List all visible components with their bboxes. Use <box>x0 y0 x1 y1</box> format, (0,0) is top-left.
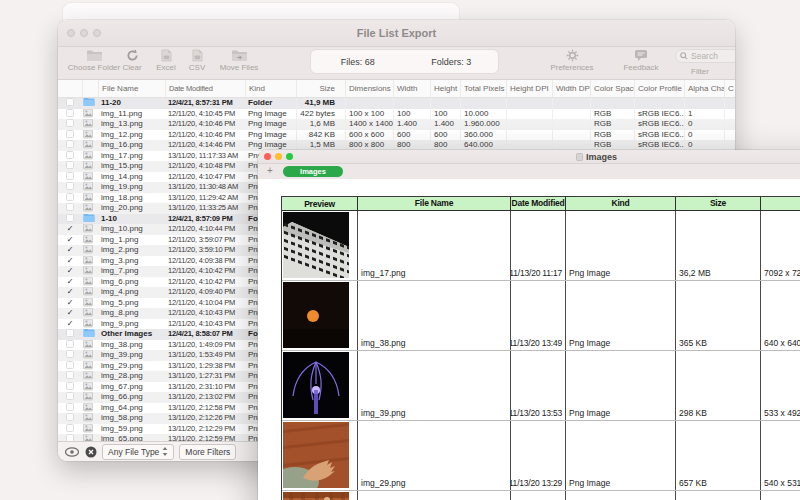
row-checkbox[interactable]: ✓ <box>58 193 82 204</box>
row-checkbox[interactable]: ✓ <box>58 298 82 309</box>
window2-titlebar[interactable]: Images <box>258 150 800 164</box>
move-files-button[interactable]: Move Files <box>212 49 266 72</box>
col-color-space[interactable]: Color Space <box>590 80 634 97</box>
col-height-dpi[interactable]: Height DPI <box>506 80 552 97</box>
checkbox-empty <box>66 350 74 358</box>
col-file-name[interactable]: File Name <box>358 197 511 211</box>
table-row[interactable]: img_39.png 11/13/20 13:53 Png Image 298 … <box>282 351 800 421</box>
col-file-name[interactable]: File Name <box>98 80 165 97</box>
row-checkbox[interactable]: ✓ <box>58 277 82 288</box>
row-checkbox[interactable]: ✓ <box>58 161 82 172</box>
col-kind[interactable]: Kind <box>566 197 676 211</box>
table-row[interactable]: ✓ img_11.png 12/11/20, 4:10:45 PM Png Im… <box>58 109 735 120</box>
checkbox-empty <box>66 434 74 441</box>
preview-thumbnail[interactable] <box>282 491 358 500</box>
row-checkbox[interactable]: ✓ <box>58 424 82 435</box>
checkbox-empty <box>66 130 74 138</box>
table-row[interactable]: img_29.png 11/13/20 13:29 Png Image 657 … <box>282 421 800 491</box>
table-row[interactable]: img_17.png 11/13/20 11:17 Png Image 36,2… <box>282 211 800 281</box>
col-date-modified[interactable]: Date Modified <box>511 197 566 211</box>
row-checkbox[interactable]: ✓ <box>58 371 82 382</box>
window1-titlebar[interactable]: File List Export <box>58 20 735 47</box>
preview-thumbnail[interactable] <box>282 281 358 350</box>
preferences-button[interactable]: Preferences <box>542 49 602 72</box>
row-checkbox[interactable]: ✓ <box>58 151 82 162</box>
col-c[interactable]: C <box>724 80 735 97</box>
preview-thumbnail[interactable] <box>282 351 358 420</box>
eye-icon[interactable] <box>64 446 80 458</box>
col-total-pixels[interactable]: Total Pixels <box>460 80 506 97</box>
row-checkbox[interactable]: ✓ <box>58 109 82 120</box>
table-row[interactable]: ✓ img_13.png 12/11/20, 4:10:46 PM Png Im… <box>58 119 735 130</box>
row-checkbox[interactable]: ✓ <box>58 287 82 298</box>
cell-dimensions: 7092 x 7238 <box>761 211 800 280</box>
clear-button[interactable]: Clear <box>116 49 148 72</box>
csv-button[interactable]: CSV <box>182 49 212 72</box>
search-input[interactable]: Search <box>675 49 735 63</box>
preview-thumbnail[interactable] <box>282 421 358 490</box>
row-checkbox[interactable]: ✓ <box>58 98 82 109</box>
cell-date-modified: 13/11/20, 11:17:33 AM <box>165 151 245 162</box>
more-filters-button[interactable]: More Filters <box>179 444 236 460</box>
row-checkbox[interactable]: ✓ <box>58 235 82 246</box>
row-checkbox[interactable]: ✓ <box>58 119 82 130</box>
row-checkbox[interactable]: ✓ <box>58 256 82 267</box>
row-checkbox[interactable]: ✓ <box>58 266 82 277</box>
col-color-profile[interactable]: Color Profile <box>634 80 684 97</box>
feedback-button[interactable]: Feedback <box>611 49 671 72</box>
excel-file-icon <box>161 49 172 62</box>
file-type-dropdown[interactable]: Any File Type <box>102 444 174 460</box>
preview-thumbnail[interactable] <box>282 211 358 280</box>
col-height[interactable]: Height <box>430 80 460 97</box>
cell-c <box>724 140 735 151</box>
row-checkbox[interactable]: ✓ <box>58 245 82 256</box>
cell-width: 800 <box>393 140 430 151</box>
row-checkbox[interactable]: ✓ <box>58 350 82 361</box>
row-checkbox[interactable]: ✓ <box>58 308 82 319</box>
row-checkbox[interactable]: ✓ <box>58 140 82 151</box>
clear-filter-icon[interactable] <box>85 446 97 458</box>
row-checkbox[interactable]: ✓ <box>58 413 82 424</box>
row-checkbox[interactable]: ✓ <box>58 382 82 393</box>
add-sheet-button[interactable]: + <box>267 165 273 176</box>
table-row[interactable] <box>282 491 800 500</box>
table-row[interactable]: ✓ 11-20 12/4/21, 8:57:31 PM Folder 41,9 … <box>58 98 735 109</box>
choose-folder-button[interactable]: Choose Folder <box>66 49 122 72</box>
row-checkbox[interactable]: ✓ <box>58 224 82 235</box>
col-dimensions[interactable]: Dimensions <box>345 80 393 97</box>
tab-images[interactable]: Images <box>283 166 343 177</box>
table-row[interactable]: ✓ img_12.png 12/11/20, 4:10:46 PM Png Im… <box>58 130 735 141</box>
row-checkbox[interactable]: ✓ <box>58 361 82 372</box>
row-checkbox[interactable]: ✓ <box>58 434 82 441</box>
checkbox-empty <box>66 140 74 148</box>
col-alpha-channel[interactable]: Alpha Chan... <box>684 80 724 97</box>
row-checkbox[interactable]: ✓ <box>58 130 82 141</box>
row-checkbox[interactable]: ✓ <box>58 340 82 351</box>
row-checkbox[interactable]: ✓ <box>58 182 82 193</box>
col-preview[interactable]: Preview <box>282 197 358 211</box>
cell-dimensions <box>345 98 393 109</box>
table-row[interactable]: ✓ img_16.png 12/11/20, 4:14:46 PM Png Im… <box>58 140 735 151</box>
table-row[interactable]: img_38.png 11/13/20 13:49 Png Image 365 … <box>282 281 800 351</box>
row-checkbox[interactable]: ✓ <box>58 403 82 414</box>
select-column-header[interactable] <box>58 80 82 97</box>
col-size[interactable]: Size <box>676 197 761 211</box>
image-file-icon <box>83 319 93 328</box>
image-file-icon <box>83 161 93 170</box>
col-width[interactable]: Width <box>393 80 430 97</box>
row-checkbox[interactable]: ✓ <box>58 172 82 183</box>
row-checkbox[interactable]: ✓ <box>58 329 82 340</box>
col-date-modified[interactable]: Date Modified <box>165 80 245 97</box>
col-size[interactable]: Size <box>296 80 345 97</box>
cell-width: 600 <box>393 130 430 141</box>
col-dimensions[interactable]: Dimensions <box>761 197 800 211</box>
row-checkbox[interactable]: ✓ <box>58 392 82 403</box>
row-checkbox[interactable]: ✓ <box>58 319 82 330</box>
cell-width: 100 <box>393 109 430 120</box>
excel-button[interactable]: Excel <box>150 49 182 72</box>
col-kind[interactable]: Kind <box>245 80 296 97</box>
image-file-icon <box>83 424 93 433</box>
row-checkbox[interactable]: ✓ <box>58 203 82 214</box>
row-checkbox[interactable]: ✓ <box>58 214 82 225</box>
col-width-dpi[interactable]: Width DPI <box>552 80 590 97</box>
